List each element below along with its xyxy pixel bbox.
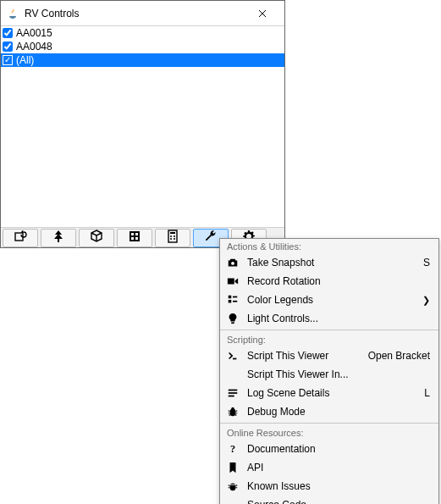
box-refresh-button[interactable] xyxy=(3,229,38,247)
box-refresh-icon xyxy=(14,230,27,246)
svg-rect-15 xyxy=(229,300,232,303)
grid-icon xyxy=(128,230,141,246)
calc-button[interactable] xyxy=(155,229,190,247)
checklist[interactable]: AA0015AA0048✓(All) xyxy=(1,26,284,227)
menu-item[interactable]: Source Code xyxy=(220,496,438,504)
svg-rect-13 xyxy=(228,279,234,285)
menu-item[interactable]: Record Rotation xyxy=(220,272,438,291)
terminal-icon xyxy=(225,348,240,363)
menu-item-label: Take Snapshot xyxy=(247,257,411,269)
bookmark-icon xyxy=(225,460,240,475)
wrench-icon xyxy=(204,230,218,246)
svg-rect-19 xyxy=(233,358,236,360)
checkbox-icon[interactable]: ✓ xyxy=(3,55,13,65)
menu-item-label: Record Rotation xyxy=(247,275,430,287)
menu-item[interactable]: API xyxy=(220,458,438,477)
calc-icon xyxy=(166,230,179,246)
svg-rect-21 xyxy=(229,392,238,394)
submenu-arrow-icon: ❯ xyxy=(422,295,430,306)
rv-controls-window: RV Controls AA0015AA0048✓(All) xyxy=(0,0,285,248)
svg-rect-17 xyxy=(233,301,237,302)
svg-text:?: ? xyxy=(230,443,235,455)
list-item[interactable]: ✓(All) xyxy=(1,53,284,67)
menu-item-label: Light Controls... xyxy=(247,313,430,324)
svg-point-10 xyxy=(170,238,172,240)
menu-item[interactable]: Script This Viewer In... xyxy=(220,365,438,384)
menu-item[interactable]: Script This ViewerOpen Bracket xyxy=(220,346,438,365)
list-item[interactable]: AA0015 xyxy=(1,26,284,40)
camera-icon xyxy=(225,255,240,270)
svg-point-12 xyxy=(231,262,234,265)
close-button[interactable] xyxy=(245,2,279,25)
grid-button[interactable] xyxy=(117,229,152,247)
menu-section-header: Scripting: xyxy=(220,332,438,346)
menu-item[interactable]: Light Controls... xyxy=(220,309,438,328)
menu-section-header: Online Resources: xyxy=(220,425,438,440)
svg-rect-2 xyxy=(131,233,134,235)
list-item-label: AA0048 xyxy=(15,41,52,53)
window-title: RV Controls xyxy=(25,8,245,19)
cube-icon xyxy=(90,230,103,246)
menu-item-label: Color Legends xyxy=(247,294,415,306)
svg-rect-14 xyxy=(229,296,232,299)
svg-rect-16 xyxy=(233,296,237,298)
svg-rect-3 xyxy=(135,233,138,235)
menu-separator xyxy=(220,330,438,330)
menu-item-shortcut: Open Bracket xyxy=(368,350,430,362)
bulb-icon xyxy=(225,311,240,326)
menu-item-label: Source Code xyxy=(247,499,430,504)
menu-section-header: Actions & Utilities: xyxy=(220,239,438,253)
svg-rect-7 xyxy=(170,232,175,234)
menu-item[interactable]: ?Documentation xyxy=(220,440,438,458)
java-icon xyxy=(6,7,19,20)
question-icon: ? xyxy=(225,441,240,457)
tree-button[interactable] xyxy=(41,229,76,247)
menu-item-label: Script This Viewer In... xyxy=(247,368,430,380)
menu-item[interactable]: Debug Mode xyxy=(220,402,438,421)
checkbox[interactable] xyxy=(3,42,13,52)
menu-item[interactable]: Take SnapshotS xyxy=(220,253,438,272)
menu-item-label: Known Issues xyxy=(247,480,430,492)
menu-item-shortcut: S xyxy=(423,257,430,269)
titlebar: RV Controls xyxy=(1,1,284,26)
cube-button[interactable] xyxy=(79,229,114,247)
tools-menu: Actions & Utilities:Take SnapshotSRecord… xyxy=(219,238,439,504)
menu-item-label: API xyxy=(247,462,430,474)
lines-icon xyxy=(225,385,240,401)
legend-icon xyxy=(225,292,240,307)
blank-icon xyxy=(225,497,240,504)
svg-point-8 xyxy=(170,235,172,237)
menu-separator xyxy=(220,423,438,424)
svg-point-9 xyxy=(174,235,175,237)
blank-icon xyxy=(225,367,240,382)
tree-icon xyxy=(52,230,65,246)
svg-rect-5 xyxy=(135,237,138,240)
svg-rect-1 xyxy=(130,231,140,241)
record-icon xyxy=(225,274,240,289)
svg-rect-22 xyxy=(229,396,234,397)
svg-point-24 xyxy=(231,407,234,411)
list-item[interactable]: AA0048 xyxy=(1,40,284,53)
bug-icon xyxy=(225,404,240,419)
menu-item[interactable]: Known Issues xyxy=(220,477,438,496)
svg-point-11 xyxy=(174,238,175,240)
menu-item-label: Script This Viewer xyxy=(247,350,356,362)
list-item-label: (All) xyxy=(15,54,34,66)
svg-rect-4 xyxy=(131,237,134,240)
menu-item[interactable]: Color Legends❯ xyxy=(220,291,438,309)
menu-item-label: Documentation xyxy=(247,443,430,455)
menu-item-label: Debug Mode xyxy=(247,406,430,418)
menu-item-shortcut: L xyxy=(424,387,430,399)
issues-icon xyxy=(225,479,240,494)
menu-item[interactable]: Log Scene DetailsL xyxy=(220,384,438,402)
menu-item-label: Log Scene Details xyxy=(247,387,412,399)
checkbox[interactable] xyxy=(3,28,13,38)
svg-rect-18 xyxy=(231,322,234,324)
svg-rect-20 xyxy=(229,390,238,391)
list-item-label: AA0015 xyxy=(15,27,52,39)
